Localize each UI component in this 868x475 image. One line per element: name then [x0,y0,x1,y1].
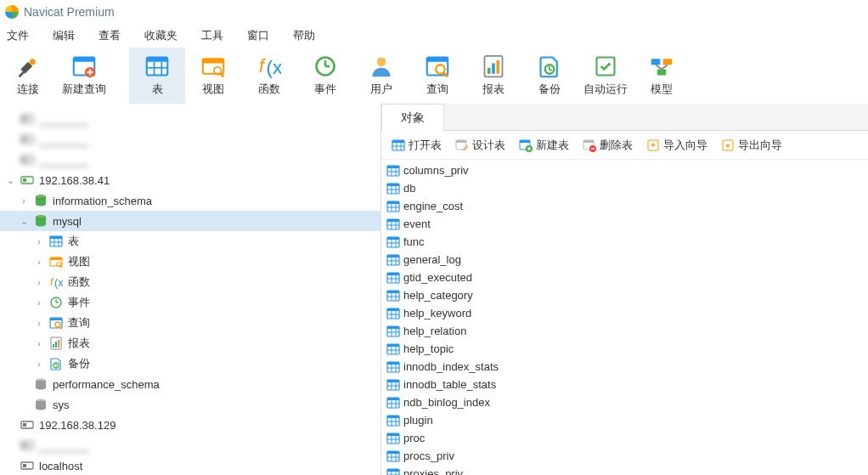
node-query[interactable]: ›查询 [0,313,380,333]
table-name: plugin [403,414,433,427]
toolbar-backup[interactable]: 备份 [521,48,578,104]
toolbar-auto-run[interactable]: 自动运行 [578,48,634,104]
table-name: help_keyword [403,307,471,319]
app-title: Navicat Premium [24,5,115,19]
db-sys[interactable]: sys [0,394,380,415]
table-row[interactable]: engine_cost [381,197,868,215]
menu-编辑[interactable]: 编辑 [53,28,75,43]
toolbar-connect-label: 连接 [17,82,39,97]
db-mysql[interactable]: ⌄mysql [0,211,380,231]
node-fx[interactable]: ›函数 [0,272,380,292]
toolbar-table-label: 表 [152,82,163,97]
table-row[interactable]: db [381,179,868,197]
action-export[interactable]: 导出向导 [721,138,782,153]
connection-1[interactable]: ⌄192.168.38.41 [0,170,380,190]
node-table[interactable]: ›表 [0,231,380,252]
chevron-down-icon[interactable]: ⌄ [5,175,15,185]
action-new[interactable]: 新建表 [519,138,569,153]
table-row[interactable]: event [381,215,868,233]
chevron-right-icon[interactable]: › [34,359,44,369]
table-name: help_category [403,289,473,302]
table-row[interactable]: func [381,233,868,251]
table-row[interactable]: plugin [381,411,868,429]
table-row[interactable]: help_keyword [381,304,868,322]
connection-hidden[interactable]: ________ [0,129,380,150]
table-name: columns_priv [403,164,469,177]
chevron-right-icon[interactable]: › [34,318,44,328]
toolbar-new-query-label: 新建查询 [62,82,106,97]
toolbar-function[interactable]: 函数 [241,48,297,104]
table-row[interactable]: help_relation [381,322,868,340]
table-row[interactable]: innodb_table_stats [381,376,868,393]
toolbar-auto-run-label: 自动运行 [583,82,628,97]
table-row[interactable]: columns_priv [381,161,868,179]
table-row[interactable]: procs_priv [381,447,868,465]
menu-收藏夹[interactable]: 收藏夹 [144,28,178,43]
connection-hidden[interactable]: ________ [0,109,380,129]
table-action-bar: 打开表设计表新建表删除表导入向导导出向导 [381,131,868,160]
toolbar-user-label: 用户 [370,82,392,97]
table-row[interactable]: proc [381,429,868,447]
table-name: procs_priv [403,450,454,462]
node-event[interactable]: ›事件 [0,292,380,313]
content-pane: 对象 打开表设计表新建表删除表导入向导导出向导 columns_privdben… [380,104,868,475]
object-tab-bar: 对象 [381,104,868,131]
connection-localhost[interactable]: localhost [0,455,380,475]
toolbar-new-query[interactable]: 新建查询 [56,48,112,104]
table-row[interactable]: help_category [381,286,868,304]
toolbar-report[interactable]: 报表 [465,48,521,104]
chevron-down-icon[interactable]: ⌄ [19,216,29,226]
toolbar-user[interactable]: 用户 [353,48,409,104]
toolbar-event[interactable]: 事件 [297,48,353,104]
action-design[interactable]: 设计表 [455,138,505,153]
chevron-right-icon[interactable]: › [34,236,44,246]
action-design-label: 设计表 [472,138,505,153]
action-export-label: 导出向导 [738,138,782,153]
action-open[interactable]: 打开表 [392,138,442,153]
menu-窗口[interactable]: 窗口 [247,28,269,43]
table-row[interactable]: gtid_executed [381,269,868,286]
chevron-right-icon[interactable]: › [34,277,44,287]
table-name: general_log [403,253,461,266]
action-open-label: 打开表 [409,138,442,153]
tab-objects[interactable]: 对象 [381,104,444,131]
connection-2[interactable]: 192.168.38.129 [0,415,380,435]
toolbar-report-label: 报表 [482,82,504,97]
toolbar-table[interactable]: 表 [129,48,185,104]
action-import[interactable]: 导入向导 [646,138,707,153]
node-backup[interactable]: ›备份 [0,353,380,374]
table-row[interactable]: help_topic [381,340,868,358]
menu-工具[interactable]: 工具 [201,28,223,43]
menu-查看[interactable]: 查看 [99,28,121,43]
toolbar-model[interactable]: 模型 [634,48,690,104]
app-logo-icon [5,5,19,19]
toolbar-model-label: 模型 [651,82,673,97]
table-row[interactable]: proxies_priv [381,465,868,475]
menu-文件[interactable]: 文件 [7,28,29,43]
table-row[interactable]: general_log [381,251,868,269]
chevron-right-icon[interactable]: › [19,195,29,206]
table-list: columns_privdbengine_costeventfuncgenera… [381,160,868,475]
menu-bar: 文件编辑查看收藏夹工具窗口帮助 [0,24,868,48]
chevron-right-icon[interactable]: › [34,338,44,348]
connection-hidden[interactable]: ________ [0,435,380,455]
toolbar-view[interactable]: 视图 [185,48,241,104]
toolbar-connect[interactable]: 连接 [0,48,56,104]
table-name: proxies_priv [403,467,463,475]
action-delete[interactable]: 删除表 [583,138,633,153]
chevron-right-icon[interactable]: › [34,297,44,308]
table-row[interactable]: ndb_binlog_index [381,393,868,411]
toolbar-query[interactable]: 查询 [409,48,465,104]
node-view[interactable]: ›视图 [0,252,380,272]
menu-帮助[interactable]: 帮助 [293,28,315,43]
table-row[interactable]: innodb_index_stats [381,358,868,376]
db-performance-schema[interactable]: performance_schema [0,374,380,394]
action-import-label: 导入向导 [663,138,707,153]
chevron-right-icon[interactable]: › [34,257,44,267]
db-information-schema[interactable]: ›information_schema [0,190,380,211]
node-report[interactable]: ›报表 [0,333,380,353]
table-name: db [403,182,415,195]
table-name: proc [403,432,425,444]
table-name: func [403,235,425,248]
connection-hidden[interactable]: ________ [0,150,380,170]
